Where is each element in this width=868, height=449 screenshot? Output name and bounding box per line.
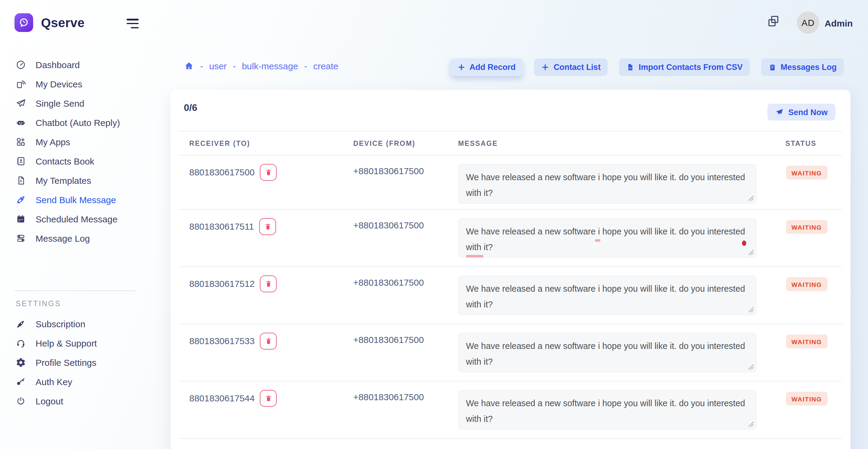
delete-row-button[interactable]	[260, 276, 277, 292]
sidebar-item-label: Single Send	[36, 98, 84, 108]
power-icon	[16, 396, 26, 406]
status-badge: WAITING	[786, 220, 827, 234]
breadcrumb-separator: -	[304, 61, 307, 71]
home-icon[interactable]	[184, 61, 194, 71]
receiver-number: 8801830617511	[189, 218, 254, 235]
avatar[interactable]: AD	[797, 11, 819, 34]
delete-row-button[interactable]	[259, 218, 276, 235]
message-line: We have released a new software i hope y…	[466, 169, 749, 185]
sidebar-item-my-apps[interactable]: My Apps	[0, 132, 158, 152]
sidebar-item-subscription[interactable]: Subscription	[0, 314, 158, 333]
status-badge: WAITING	[786, 392, 827, 406]
resize-handle-icon[interactable]	[748, 364, 754, 370]
page-actions: Add Record Contact List Import Contacts …	[450, 59, 844, 76]
sidebar-item-single-send[interactable]: Single Send	[0, 93, 158, 113]
device-number: +8801830617500	[353, 334, 458, 345]
receiver-number: 8801830617500	[189, 164, 255, 181]
table-row: 8801830617500 +8801830617500 We have rel…	[179, 156, 842, 210]
sidebar-item-profile-settings[interactable]: Profile Settings	[0, 353, 158, 372]
trash-icon	[265, 280, 273, 288]
breadcrumb: - user - bulk-message - create	[184, 61, 338, 71]
breadcrumb-user[interactable]: user	[209, 61, 227, 71]
delete-row-button[interactable]	[260, 390, 277, 407]
sidebar-item-auth-key[interactable]: Auth Key	[0, 372, 158, 391]
message-textarea[interactable]: We have released a new software i hope y…	[458, 164, 756, 204]
receiver-number: 8801830617533	[189, 333, 255, 350]
sidebar-item-dashboard[interactable]: Dashboard	[0, 55, 158, 74]
sidebar-item-logout[interactable]: Logout	[0, 391, 158, 411]
import-contacts-csv-button[interactable]: Import Contacts From CSV	[619, 59, 750, 76]
table-row: 8801830617512 +8801830617500 We have rel…	[179, 267, 842, 324]
brand[interactable]: Qserve	[14, 13, 85, 32]
sidebar-item-label: Contacts Book	[36, 156, 94, 166]
sidebar-item-scheduled-message[interactable]: Scheduled Message	[0, 210, 158, 229]
table-row: 8801830617533 +8801830617500 We have rel…	[179, 324, 842, 382]
spellcheck-underline	[466, 255, 484, 257]
copy-pages-icon[interactable]	[767, 14, 780, 28]
message-textarea[interactable]: We have released a new software i hope y…	[458, 333, 756, 373]
add-record-button[interactable]: Add Record	[450, 59, 523, 76]
receiver-number: 8801830617512	[189, 276, 255, 292]
rocket-filled-icon	[16, 319, 26, 329]
message-textarea[interactable]: We have released a new software i hope y…	[458, 218, 756, 258]
resize-handle-icon[interactable]	[748, 195, 754, 201]
sidebar-item-send-bulk-message[interactable]: Send Bulk Message	[0, 190, 158, 210]
key-icon	[16, 377, 26, 387]
status-badge: WAITING	[786, 334, 827, 348]
sidebar-item-contacts-book[interactable]: Contacts Book	[0, 152, 158, 171]
sidebar-item-help-support[interactable]: Help & Support	[0, 333, 158, 353]
address-book-icon	[16, 156, 26, 166]
button-label: Contact List	[554, 63, 601, 72]
receiver-cell: 8801830617512	[179, 276, 353, 292]
bulk-table: RECEIVER (TO) DEVICE (FROM) MESSAGE STAT…	[179, 131, 842, 439]
delete-row-button[interactable]	[260, 333, 277, 350]
resize-handle-icon[interactable]	[748, 250, 754, 256]
sidebar-item-message-log[interactable]: Message Log	[0, 229, 158, 248]
receiver-number: 8801830617544	[189, 390, 255, 407]
delete-row-button[interactable]	[260, 164, 277, 181]
paper-plane-icon	[16, 98, 26, 108]
apps-grid-plus-icon	[16, 137, 26, 147]
sidebar-toggle-icon[interactable]	[127, 19, 138, 28]
breadcrumb-create[interactable]: create	[313, 61, 338, 71]
sidebar-item-label: Subscription	[36, 319, 85, 329]
sidebar-item-label: Profile Settings	[36, 357, 96, 367]
sidebar-item-label: Chatbot (Auto Reply)	[36, 118, 120, 128]
progress-counter: 0/6	[184, 102, 197, 113]
sidebar-nav: Dashboard My Devices Single Send	[0, 55, 158, 248]
robot-icon	[16, 118, 26, 128]
bulk-message-card: 0/6 Send Now RECEIVER (TO) DEVICE (FROM)…	[170, 90, 850, 449]
admin-name[interactable]: Admin	[825, 18, 852, 28]
trash-icon	[265, 394, 273, 403]
contact-list-button[interactable]: Contact List	[534, 59, 608, 76]
calendar-icon	[16, 214, 26, 224]
spellcheck-dot	[742, 240, 746, 246]
message-line: We have released a new software i hope y…	[466, 395, 749, 411]
resize-handle-icon[interactable]	[748, 307, 754, 313]
plus-icon	[458, 63, 465, 71]
receiver-cell: 8801830617533	[179, 333, 353, 350]
sidebar-item-chatbot[interactable]: Chatbot (Auto Reply)	[0, 113, 158, 132]
resize-handle-icon[interactable]	[748, 421, 754, 427]
sidebar-item-label: My Templates	[36, 175, 91, 186]
col-status: STATUS	[778, 139, 842, 147]
send-now-button[interactable]: Send Now	[767, 104, 835, 121]
trash-icon	[264, 222, 272, 231]
messages-log-button[interactable]: Messages Log	[761, 59, 844, 76]
message-textarea[interactable]: We have released a new software i hope y…	[458, 390, 756, 430]
sidebar-item-label: My Devices	[36, 78, 82, 89]
button-label: Add Record	[470, 63, 516, 72]
breadcrumb-bulk-message[interactable]: bulk-message	[242, 61, 298, 71]
trash-icon	[265, 168, 273, 177]
message-line: We have released a new software i hope y…	[466, 224, 749, 239]
device-number: +8801830617500	[353, 392, 458, 402]
message-line: with it?	[466, 354, 749, 370]
sidebar-item-my-templates[interactable]: My Templates	[0, 171, 158, 190]
sidebar-divider	[14, 290, 135, 291]
sidebar-item-label: My Apps	[36, 137, 70, 147]
message-textarea[interactable]: We have released a new software i hope y…	[458, 276, 756, 315]
col-receiver: RECEIVER (TO)	[179, 139, 353, 147]
dashboard-icon	[16, 59, 26, 70]
table-row: 8801830617544 +8801830617500 We have rel…	[179, 382, 842, 439]
sidebar-item-my-devices[interactable]: My Devices	[0, 74, 158, 93]
